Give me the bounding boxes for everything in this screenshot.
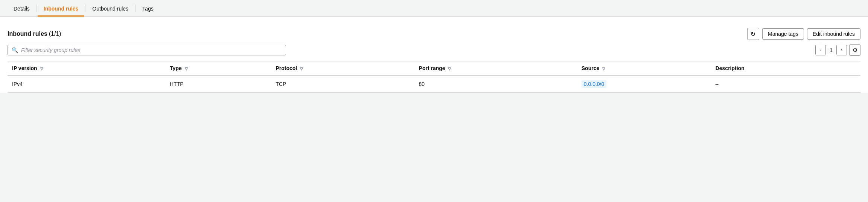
col-protocol: Protocol ▽ [271, 61, 414, 75]
table-container: IP version ▽ Type ▽ Protocol ▽ Port rang… [8, 61, 860, 93]
tab-details[interactable]: Details [8, 2, 36, 17]
col-type: Type ▽ [165, 61, 271, 75]
cell-port-range: 80 [414, 75, 577, 93]
content-area: Inbound rules (1/1) ↻ Manage tags Edit i… [0, 17, 868, 93]
col-description: Description [711, 61, 860, 75]
tab-divider-2 [85, 5, 85, 12]
search-row: 🔍 ‹ 1 › ⚙ [8, 44, 860, 56]
sort-icon-port-range: ▽ [448, 67, 451, 71]
edit-inbound-rules-button[interactable]: Edit inbound rules [807, 28, 860, 40]
search-icon: 🔍 [12, 47, 18, 53]
cell-source: 0.0.0.0/0 [577, 75, 711, 93]
tab-divider-1 [37, 5, 37, 12]
tab-tags[interactable]: Tags [136, 2, 160, 17]
refresh-icon: ↻ [751, 31, 755, 38]
pagination-page-number: 1 [828, 47, 834, 53]
section-count-value: (1/1) [49, 31, 61, 37]
manage-tags-button[interactable]: Manage tags [762, 28, 804, 40]
section-title: Inbound rules [8, 31, 47, 37]
tab-divider-3 [135, 5, 136, 12]
inbound-rules-table: IP version ▽ Type ▽ Protocol ▽ Port rang… [8, 61, 860, 93]
table-row: IPv4 HTTP TCP 80 0.0.0.0/0 – [8, 75, 860, 93]
sort-icon-protocol: ▽ [300, 67, 303, 71]
cell-type: HTTP [165, 75, 271, 93]
search-container: 🔍 [8, 45, 286, 55]
pagination-next-button[interactable]: › [836, 45, 847, 55]
sort-icon-type: ▽ [185, 67, 188, 71]
tab-inbound-rules[interactable]: Inbound rules [38, 2, 85, 17]
right-controls: ‹ 1 › ⚙ [815, 44, 860, 56]
section-title-group: Inbound rules (1/1) [8, 31, 61, 37]
cell-protocol: TCP [271, 75, 414, 93]
tab-outbound-rules[interactable]: Outbound rules [86, 2, 134, 17]
source-value[interactable]: 0.0.0.0/0 [582, 80, 607, 88]
sort-icon-ip-version: ▽ [40, 67, 43, 71]
sort-icon-source: ▽ [602, 67, 605, 71]
search-input[interactable] [21, 47, 282, 53]
section-header: Inbound rules (1/1) ↻ Manage tags Edit i… [8, 24, 860, 40]
cell-ip-version: IPv4 [8, 75, 165, 93]
refresh-button[interactable]: ↻ [747, 28, 759, 40]
header-actions: ↻ Manage tags Edit inbound rules [747, 28, 860, 40]
cell-description: – [711, 75, 860, 93]
column-settings-button[interactable]: ⚙ [849, 44, 860, 56]
pagination-prev-button[interactable]: ‹ [815, 45, 826, 55]
col-port-range: Port range ▽ [414, 61, 577, 75]
tabs-bar: Details Inbound rules Outbound rules Tag… [0, 0, 868, 17]
settings-icon: ⚙ [853, 47, 857, 54]
col-source: Source ▽ [577, 61, 711, 75]
col-ip-version: IP version ▽ [8, 61, 165, 75]
table-header-row: IP version ▽ Type ▽ Protocol ▽ Port rang… [8, 61, 860, 75]
